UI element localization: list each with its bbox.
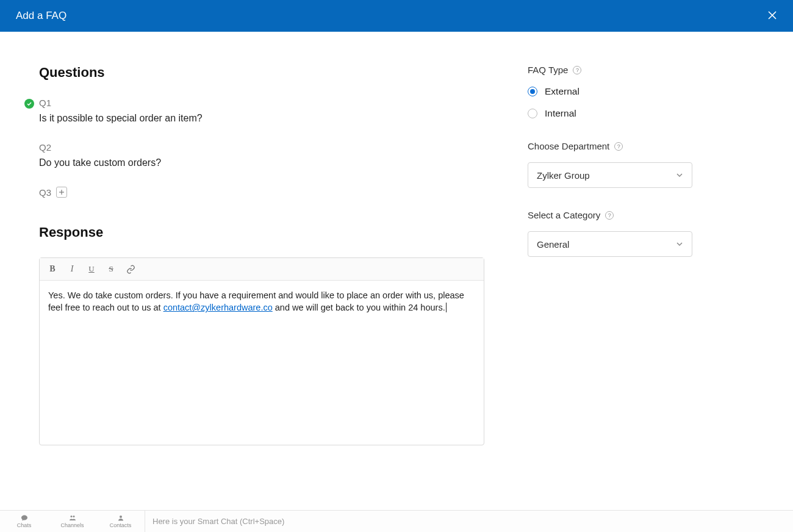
svg-point-6 bbox=[120, 516, 122, 518]
chat-icon bbox=[20, 514, 29, 522]
contacts-icon bbox=[117, 514, 125, 522]
underline-button[interactable]: U bbox=[86, 264, 97, 275]
channels-icon bbox=[68, 514, 77, 522]
question-label: Q3 bbox=[39, 187, 51, 198]
italic-button[interactable]: I bbox=[66, 264, 77, 275]
question-text[interactable]: Do you take custom orders? bbox=[39, 157, 500, 168]
right-column: FAQ Type ? External Internal Choose Depa… bbox=[528, 65, 711, 445]
question-add-row: Q3 bbox=[39, 187, 500, 198]
tab-label: Chats bbox=[17, 522, 32, 528]
response-section: Response B I U S Yes. We do take custom … bbox=[39, 225, 500, 445]
plus-icon bbox=[59, 189, 65, 195]
add-question-button[interactable] bbox=[56, 187, 67, 198]
text-cursor bbox=[446, 303, 447, 312]
link-icon bbox=[126, 265, 135, 274]
dropdown-value: Zylker Group bbox=[537, 170, 590, 181]
close-button[interactable] bbox=[767, 10, 777, 22]
smart-chat-placeholder[interactable]: Here is your Smart Chat (Ctrl+Space) bbox=[152, 517, 284, 526]
contacts-tab[interactable]: Contacts bbox=[96, 511, 145, 532]
link-button[interactable] bbox=[125, 264, 136, 275]
response-title: Response bbox=[39, 225, 500, 240]
modal-title: Add a FAQ bbox=[16, 10, 66, 22]
response-email-link[interactable]: contact@zylkerhardware.co bbox=[163, 303, 273, 312]
chevron-down-icon bbox=[676, 171, 683, 179]
bold-button[interactable]: B bbox=[47, 264, 58, 275]
label-text: Choose Department bbox=[528, 141, 609, 151]
question-label: Q1 bbox=[39, 98, 500, 108]
svg-point-4 bbox=[70, 516, 72, 517]
radio-label: Internal bbox=[545, 108, 576, 119]
help-icon[interactable]: ? bbox=[614, 142, 623, 151]
question-label: Q2 bbox=[39, 142, 500, 153]
left-column: Questions Q1 Is it possible to special o… bbox=[0, 65, 500, 445]
chats-tab[interactable]: Chats bbox=[0, 511, 48, 532]
chevron-down-icon bbox=[676, 240, 683, 248]
response-text: and we will get back to you within 24 ho… bbox=[273, 303, 445, 312]
question-text[interactable]: Is it possible to special order an item? bbox=[39, 113, 500, 124]
channels-tab[interactable]: Channels bbox=[48, 511, 96, 532]
help-icon[interactable]: ? bbox=[573, 66, 581, 74]
radio-input[interactable] bbox=[528, 87, 537, 96]
help-icon[interactable]: ? bbox=[605, 211, 614, 220]
radio-option-internal[interactable]: Internal bbox=[528, 108, 711, 119]
category-section: Select a Category ? General bbox=[528, 210, 711, 257]
label-text: Select a Category bbox=[528, 210, 600, 220]
bottom-tabs: Chats Channels Contacts bbox=[0, 511, 145, 532]
modal-header: Add a FAQ bbox=[0, 0, 793, 32]
rich-text-editor: B I U S Yes. We do take custom orders. I… bbox=[39, 257, 484, 445]
tab-label: Contacts bbox=[110, 522, 132, 528]
check-icon bbox=[24, 99, 34, 109]
strikethrough-button[interactable]: S bbox=[106, 264, 117, 275]
close-icon bbox=[767, 10, 777, 20]
bottom-bar: Chats Channels Contacts Here is your Sma… bbox=[0, 510, 793, 532]
radio-label: External bbox=[545, 86, 580, 97]
tab-label: Channels bbox=[60, 522, 84, 528]
label-text: FAQ Type bbox=[528, 65, 568, 75]
faq-type-section: FAQ Type ? External Internal bbox=[528, 65, 711, 119]
radio-option-external[interactable]: External bbox=[528, 86, 711, 97]
svg-point-5 bbox=[73, 516, 74, 517]
questions-title: Questions bbox=[39, 65, 500, 81]
dropdown-value: General bbox=[537, 239, 569, 250]
department-label: Choose Department ? bbox=[528, 141, 711, 151]
editor-content[interactable]: Yes. We do take custom orders. If you ha… bbox=[40, 281, 484, 445]
question-item: Q1 Is it possible to special order an it… bbox=[39, 98, 500, 124]
main-content: Questions Q1 Is it possible to special o… bbox=[0, 32, 793, 445]
category-label: Select a Category ? bbox=[528, 210, 711, 220]
department-section: Choose Department ? Zylker Group bbox=[528, 141, 711, 188]
category-dropdown[interactable]: General bbox=[528, 231, 692, 257]
question-item: Q2 Do you take custom orders? bbox=[39, 142, 500, 168]
radio-input[interactable] bbox=[528, 109, 537, 118]
faq-type-label: FAQ Type ? bbox=[528, 65, 711, 75]
department-dropdown[interactable]: Zylker Group bbox=[528, 162, 692, 188]
editor-toolbar: B I U S bbox=[40, 258, 484, 281]
